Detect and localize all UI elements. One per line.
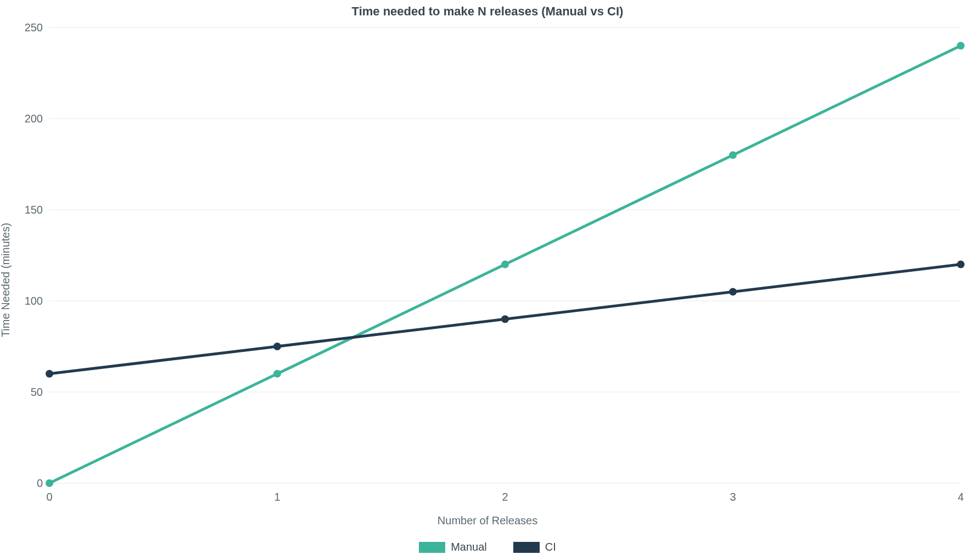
series-point-ci bbox=[957, 261, 965, 268]
y-tick-label: 150 bbox=[16, 204, 49, 216]
series-point-manual bbox=[957, 42, 965, 49]
x-tick-label: 1 bbox=[274, 483, 280, 503]
x-axis-label: Number of Releases bbox=[0, 514, 975, 527]
legend: ManualCI bbox=[0, 541, 975, 553]
series-point-ci bbox=[501, 315, 509, 323]
y-tick-label: 200 bbox=[16, 113, 49, 125]
chart-title: Time needed to make N releases (Manual v… bbox=[0, 4, 975, 19]
series-point-manual bbox=[273, 370, 281, 378]
legend-label: Manual bbox=[451, 541, 487, 553]
y-axis-label: Time Needed (minutes) bbox=[0, 223, 12, 337]
x-tick-label: 4 bbox=[957, 483, 963, 503]
y-tick-label: 0 bbox=[16, 477, 49, 490]
series-group bbox=[46, 42, 965, 487]
series-point-ci bbox=[729, 288, 737, 295]
legend-item-ci[interactable]: CI bbox=[513, 541, 556, 553]
series-point-ci bbox=[273, 343, 281, 350]
plot-area: 050100150200250 01234 bbox=[49, 27, 961, 483]
legend-item-manual[interactable]: Manual bbox=[419, 541, 487, 553]
x-tick-label: 3 bbox=[730, 483, 736, 503]
legend-swatch bbox=[513, 542, 540, 553]
series-point-manual bbox=[729, 151, 737, 159]
y-tick-label: 250 bbox=[16, 21, 49, 34]
chart-container: Time needed to make N releases (Manual v… bbox=[0, 0, 975, 560]
legend-swatch bbox=[419, 542, 445, 553]
x-tick-label: 0 bbox=[46, 483, 52, 503]
plot-svg bbox=[49, 27, 961, 483]
legend-label: CI bbox=[545, 541, 556, 553]
y-tick-label: 100 bbox=[16, 295, 49, 307]
series-point-manual bbox=[501, 261, 509, 268]
y-tick-label: 50 bbox=[16, 386, 49, 399]
series-point-ci bbox=[46, 370, 53, 378]
grid-lines bbox=[49, 27, 961, 483]
x-tick-label: 2 bbox=[502, 483, 508, 503]
